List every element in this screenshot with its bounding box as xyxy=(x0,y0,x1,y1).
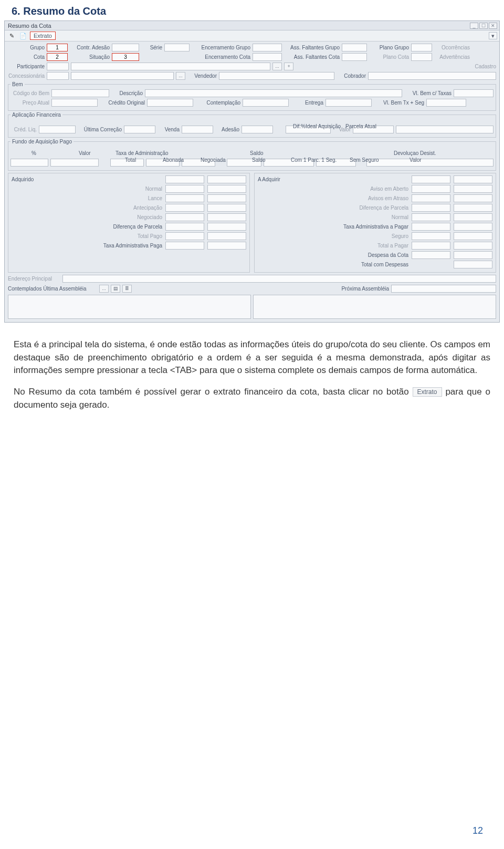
avisos-atraso-val1[interactable] xyxy=(412,194,450,202)
situacao-input[interactable] xyxy=(112,53,139,61)
normal-val1[interactable] xyxy=(165,185,204,193)
seguro-val2[interactable] xyxy=(454,232,492,240)
plano-grupo-input[interactable] xyxy=(411,44,432,51)
normal-r-val1[interactable] xyxy=(412,213,450,221)
vendedor-input[interactable] xyxy=(219,72,334,80)
enc-grupo-input[interactable] xyxy=(253,44,282,51)
total-despesas-val[interactable] xyxy=(454,261,492,268)
taxa-adm-pagar-val2[interactable] xyxy=(454,223,492,231)
parcela-extra-input[interactable] xyxy=(396,126,494,133)
negociado-val1[interactable] xyxy=(165,213,204,221)
adquirido-val2[interactable] xyxy=(207,175,246,183)
ass-falt-cota-input[interactable] xyxy=(342,53,367,61)
codigo-bem-label: Código do Bem xyxy=(10,90,49,96)
cred-liq-label: Créd. Liq. xyxy=(10,127,37,132)
despesa-cota-val2[interactable] xyxy=(454,251,492,259)
cota-input[interactable] xyxy=(47,53,68,61)
taxa-adm-paga-val1[interactable] xyxy=(165,242,204,250)
ultima-correcao-input[interactable] xyxy=(124,126,155,133)
aviso-aberto-val1[interactable] xyxy=(412,185,450,193)
close-button[interactable]: ✕ xyxy=(489,23,497,29)
seguro-val1[interactable] xyxy=(412,232,450,240)
cadastro-label: Cadastro xyxy=(465,64,496,69)
extrato-button[interactable]: Extrato xyxy=(30,32,56,40)
adquirido-val1[interactable] xyxy=(165,175,204,183)
endereco-principal-input[interactable] xyxy=(62,275,496,283)
despesa-cota-val1[interactable] xyxy=(412,251,450,259)
app-window: Resumo da Cota _ ☐ ✕ ✎ 📄 Extrato ▾ Grupo… xyxy=(4,20,500,323)
total-pago-val2[interactable] xyxy=(207,232,246,240)
normal-val2[interactable] xyxy=(207,185,246,193)
saldo-sub-header: Saldo xyxy=(252,157,266,163)
total-pagar-val2[interactable] xyxy=(454,242,492,250)
cobrador-input[interactable] xyxy=(368,72,496,80)
total-pago-val1[interactable] xyxy=(165,232,204,240)
edit-icon[interactable]: ✎ xyxy=(7,32,16,40)
dif-parcela-val1[interactable] xyxy=(165,223,204,231)
taxa-adm-paga-val2[interactable] xyxy=(207,242,246,250)
vl-bem-taxas-input[interactable] xyxy=(454,89,494,97)
dif-parcela-r-val1[interactable] xyxy=(412,204,450,212)
proxima-assembleia-textarea[interactable] xyxy=(253,295,496,319)
minimize-button[interactable]: _ xyxy=(470,23,478,29)
ass-falt-grupo-input[interactable] xyxy=(342,44,367,51)
normal-r-val2[interactable] xyxy=(454,213,492,221)
contempl-detail-button[interactable]: ≣ xyxy=(122,285,132,293)
contemplacao-input[interactable] xyxy=(243,99,289,107)
participante-lookup-button[interactable]: ... xyxy=(272,63,282,70)
negociado-val2[interactable] xyxy=(207,213,246,221)
pct-input[interactable] xyxy=(10,159,48,167)
lance-val2[interactable] xyxy=(207,194,246,202)
descricao-input[interactable] xyxy=(145,89,402,97)
enc-cota-input[interactable] xyxy=(253,53,282,61)
concessionaria-name-input[interactable] xyxy=(71,72,174,80)
avisos-atraso-val2[interactable] xyxy=(454,194,492,202)
document-icon[interactable]: 📄 xyxy=(18,32,28,40)
participante-code-input[interactable] xyxy=(47,63,69,70)
grupo-input[interactable] xyxy=(47,44,68,51)
cred-liq-input[interactable] xyxy=(39,126,76,133)
lance-val1[interactable] xyxy=(165,194,204,202)
venda-input[interactable] xyxy=(182,126,213,133)
a-adquirir-val2[interactable] xyxy=(454,175,492,183)
a-adquirir-val1[interactable] xyxy=(412,175,450,183)
row-concessionaria: Concessionária ... Vendedor Cobrador xyxy=(8,72,496,80)
inline-extrato-button: Extrato xyxy=(413,387,442,397)
panel-a-adquirir: A Adquirir Aviso em Aberto Avisos em Atr… xyxy=(254,173,496,273)
plano-cota-label: Plano Cota xyxy=(369,54,409,60)
chevron-down-icon[interactable]: ▾ xyxy=(489,32,497,39)
participante-name-input[interactable] xyxy=(71,63,270,70)
adesao-input[interactable] xyxy=(242,126,273,133)
vl-bem-tx-seg-input[interactable] xyxy=(426,99,466,107)
taxa-adm-pagar-val1[interactable] xyxy=(412,223,450,231)
antecipacao-val2[interactable] xyxy=(207,204,246,212)
devolucao-valor-input[interactable] xyxy=(366,159,494,167)
aviso-aberto-val2[interactable] xyxy=(454,185,492,193)
aplicacao-legend: Aplicação Financeira xyxy=(10,112,62,118)
contr-adesao-input[interactable] xyxy=(112,44,139,51)
concessionaria-lookup-button[interactable]: ... xyxy=(176,72,185,80)
negociada-header: Negociada xyxy=(201,157,226,163)
devolucao-header: Devoluçao Desist. xyxy=(394,150,436,156)
fundo-valor-input[interactable] xyxy=(50,159,99,167)
plano-cota-input[interactable] xyxy=(411,53,432,61)
prox-assembleia-input[interactable] xyxy=(391,285,496,293)
total-pagar-val1[interactable] xyxy=(412,242,450,250)
dif-parcela-r-val2[interactable] xyxy=(454,204,492,212)
entrega-input[interactable] xyxy=(326,99,372,107)
credito-original-input[interactable] xyxy=(147,99,193,107)
dif-parcela-val2[interactable] xyxy=(207,223,246,231)
group-fundo: Fundo de Aquisição Pago % Valor Taxa de … xyxy=(8,139,496,171)
contempl-ult-label: Contemplados Última Assembléia xyxy=(8,286,97,292)
preco-atual-input[interactable] xyxy=(51,99,98,107)
serie-input[interactable] xyxy=(164,44,190,51)
maximize-button[interactable]: ☐ xyxy=(479,23,488,29)
participante-add-button[interactable]: + xyxy=(284,63,293,70)
normal-label: Normal xyxy=(12,186,162,192)
antecipacao-val1[interactable] xyxy=(165,204,204,212)
contemplados-textarea[interactable] xyxy=(8,295,251,319)
codigo-bem-input[interactable] xyxy=(51,89,109,97)
contempl-list-button[interactable]: ▤ xyxy=(111,285,120,293)
concessionaria-code-input[interactable] xyxy=(47,72,69,80)
contempl-lookup-button[interactable]: ... xyxy=(99,285,109,293)
